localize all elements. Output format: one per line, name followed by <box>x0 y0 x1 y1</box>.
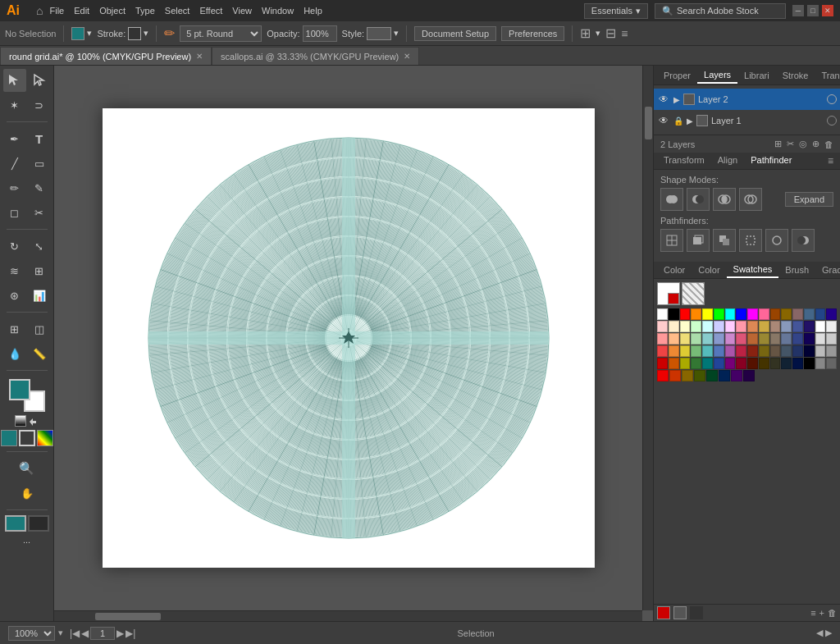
swatch-cell[interactable] <box>702 321 713 332</box>
crop-btn[interactable] <box>739 229 762 252</box>
swatch-cell[interactable] <box>657 321 668 332</box>
swatch-cell[interactable] <box>714 358 724 369</box>
fill-arrow[interactable]: ▾ <box>87 28 92 39</box>
unite-btn[interactable] <box>660 188 683 211</box>
next-artboard-btn[interactable]: ▶ <box>116 627 124 640</box>
tab-swatches[interactable]: Swatches <box>727 262 779 278</box>
swatch-cell[interactable] <box>781 321 792 332</box>
brush-size-select[interactable]: 5 pt. Round <box>180 25 262 42</box>
vertical-scrollbar[interactable] <box>642 66 653 610</box>
stroke-swatch[interactable] <box>128 27 141 40</box>
close-button[interactable]: ✕ <box>822 5 833 16</box>
merge-btn[interactable] <box>713 229 736 252</box>
fill-swatch[interactable] <box>71 27 84 40</box>
swatch-cell[interactable] <box>792 321 803 332</box>
intersect-btn[interactable] <box>713 188 736 211</box>
tab-transpa[interactable]: Transpa <box>815 68 840 83</box>
line-tool[interactable]: ╱ <box>3 152 26 175</box>
swatch-cell[interactable] <box>691 308 701 320</box>
swatch-cell[interactable] <box>694 370 705 381</box>
layer-arrow-icon[interactable]: ▶ <box>673 95 680 104</box>
swatch-cell[interactable] <box>759 321 769 332</box>
tab-align[interactable]: Align <box>711 153 744 169</box>
layer-merge-icon[interactable]: ⊕ <box>812 139 819 149</box>
swatch-cell[interactable] <box>702 308 713 320</box>
swatch-cell[interactable] <box>691 333 701 345</box>
swatch-cell[interactable] <box>804 345 815 357</box>
swatch-cell[interactable] <box>759 308 769 320</box>
swatch-cell[interactable] <box>657 358 668 369</box>
swatch-cell[interactable] <box>770 308 781 320</box>
arrange-arrow[interactable]: ▾ <box>596 28 600 39</box>
prev-artboard-btn[interactable]: ◀ <box>81 627 89 640</box>
swatch-menu-icon[interactable]: ≡ <box>810 608 815 618</box>
tab-scallops[interactable]: scallops.ai @ 33.33% (CMYK/GPU Preview) … <box>212 47 419 65</box>
stroke-arrow[interactable]: ▾ <box>144 28 148 39</box>
magic-wand-tool[interactable]: ✶ <box>3 94 26 116</box>
first-artboard-btn[interactable]: |◀ <box>70 627 80 640</box>
swatch-cell[interactable] <box>781 333 792 345</box>
menu-type[interactable]: Type <box>135 6 155 16</box>
swatch-cell[interactable] <box>815 345 826 357</box>
status-right-arrow[interactable]: ▶ <box>825 628 832 638</box>
rect-tool[interactable]: ▭ <box>28 152 51 175</box>
swatch-cell[interactable] <box>691 321 701 332</box>
swatch-cell[interactable] <box>691 345 701 357</box>
swatch-cell[interactable] <box>736 321 746 332</box>
no-fill-box[interactable] <box>19 430 35 446</box>
swatch-cell[interactable] <box>804 333 815 345</box>
tab-brush[interactable]: Brush <box>778 263 815 277</box>
panel-menu-icon[interactable]: ≡ <box>621 27 628 40</box>
tab-stroke[interactable]: Stroke <box>776 68 815 83</box>
swatch-cell[interactable] <box>714 321 724 332</box>
swatch-cell[interactable] <box>680 308 691 320</box>
layer-target-icon[interactable] <box>827 94 837 104</box>
swatch-cell[interactable] <box>669 358 679 369</box>
home-icon[interactable]: ⌂ <box>36 4 43 17</box>
doc-setup-button[interactable]: Document Setup <box>414 26 496 41</box>
swatch-cell[interactable] <box>781 345 792 357</box>
menu-select[interactable]: Select <box>165 6 190 16</box>
mesh-tool[interactable]: ⊞ <box>3 317 26 340</box>
swap-colors-icon[interactable] <box>28 415 39 427</box>
warp-tool[interactable]: ≋ <box>3 259 26 282</box>
swatch-cell[interactable] <box>657 333 668 345</box>
swatch-cell[interactable] <box>770 358 781 369</box>
swatch-cell[interactable] <box>759 345 769 357</box>
eyedropper-tool[interactable]: 💧 <box>3 342 26 365</box>
swatch-cell[interactable] <box>759 358 769 369</box>
swatch-cell[interactable] <box>804 308 815 320</box>
swatch-cell[interactable] <box>680 333 691 345</box>
swatch-cell[interactable] <box>725 321 736 332</box>
swatch-cell[interactable] <box>714 333 724 345</box>
maximize-button[interactable]: □ <box>807 5 819 16</box>
layer-clip-icon[interactable]: ✂ <box>787 139 794 149</box>
rotate-tool[interactable]: ↻ <box>3 235 26 258</box>
tab-close-icon[interactable]: ✕ <box>404 52 410 61</box>
sub-panel-menu-icon[interactable]: ≡ <box>824 153 837 169</box>
pencil-tool[interactable]: ✎ <box>28 176 51 199</box>
swatch-cell[interactable] <box>702 333 713 345</box>
swatch-cell[interactable] <box>669 345 679 357</box>
draw-mode-normal[interactable] <box>5 515 26 532</box>
lasso-tool[interactable]: ⊃ <box>28 94 51 116</box>
swatch-cell[interactable] <box>781 308 792 320</box>
style-swatch[interactable] <box>367 27 391 40</box>
swatch-cell[interactable] <box>747 308 758 320</box>
swatch-cell[interactable] <box>804 321 815 332</box>
direct-select-tool[interactable] <box>28 69 51 92</box>
swatch-cell[interactable] <box>669 370 681 381</box>
outline-btn[interactable] <box>765 229 788 252</box>
swatch-registration[interactable] <box>682 282 705 305</box>
draw-mode-behind[interactable] <box>28 515 49 532</box>
swatch-cell[interactable] <box>792 358 803 369</box>
tab-close-icon[interactable]: ✕ <box>196 52 203 61</box>
menu-window[interactable]: Window <box>262 6 294 16</box>
minus-back-btn[interactable] <box>792 229 815 252</box>
zoom-tool[interactable]: 🔍 <box>16 457 39 480</box>
h-scroll-thumb[interactable] <box>95 613 161 620</box>
tab-transform[interactable]: Transform <box>657 153 711 169</box>
swatch-cell[interactable] <box>725 358 736 369</box>
v-scroll-thumb[interactable] <box>645 107 652 139</box>
menu-file[interactable]: File <box>49 6 64 16</box>
